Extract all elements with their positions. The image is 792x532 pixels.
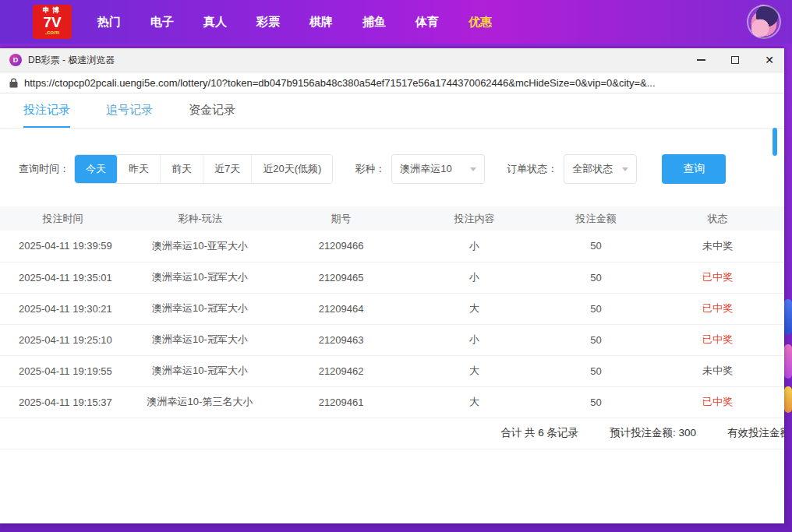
close-button[interactable]: ✕	[764, 55, 775, 65]
nav-item-6[interactable]: 捕鱼	[348, 0, 401, 44]
column-header: 彩种-玩法	[126, 206, 274, 231]
lottery-select-label: 彩种：	[355, 162, 385, 176]
top-nav-items: 热门电子真人彩票棋牌捕鱼体育优惠	[83, 0, 507, 44]
time-filter-3[interactable]: 前天	[161, 155, 203, 183]
valid-bet-amount: 有效投注金额:	[727, 426, 784, 440]
browser-titlebar[interactable]: D DB彩票 - 极速浏览器 ✕	[0, 48, 784, 72]
order-status-select[interactable]: 全部状态	[564, 154, 637, 184]
issue-no: 21209465	[274, 262, 408, 293]
bet-content: 小	[408, 324, 541, 355]
tabs: 投注记录追号记录资金记录	[0, 93, 784, 129]
lottery-page-content: 投注记录追号记录资金记录 查询时间： 今天昨天前天近7天近20天(低频) 彩种：…	[0, 93, 784, 523]
bet-status: 已中奖	[651, 262, 784, 293]
bet-status: 未中奖	[651, 355, 784, 386]
lottery-select[interactable]: 澳洲幸运10	[391, 154, 485, 184]
site-top-nav: 申博 7V .com 热门电子真人彩票棋牌捕鱼体育优惠	[0, 0, 792, 44]
nav-item-7[interactable]: 体育	[401, 0, 454, 44]
table-row: 2025-04-11 19:19:55澳洲幸运10-冠军大小21209462大5…	[0, 355, 784, 386]
play-type: 澳洲幸运10-第三名大小	[126, 386, 274, 417]
minimize-icon	[697, 59, 705, 61]
column-header: 期号	[274, 206, 408, 231]
bet-content: 小	[408, 231, 541, 262]
tab-1[interactable]: 投注记录	[23, 93, 70, 128]
nav-item-3[interactable]: 真人	[189, 0, 242, 44]
chevron-down-icon	[622, 167, 628, 171]
lock-icon	[9, 78, 18, 88]
bet-content: 大	[408, 386, 541, 417]
bet-amount: 50	[541, 262, 651, 293]
url-text: https://ctopcp02pcali.uengi5e.com/lotter…	[24, 77, 656, 89]
time-filter-label: 查询时间：	[19, 162, 69, 176]
summary-row: 合计 共 6 条记录 预计投注金额: 300 有效投注金额:	[0, 418, 784, 449]
bet-amount: 50	[541, 355, 651, 386]
nav-item-2[interactable]: 电子	[136, 0, 189, 44]
issue-no: 21209463	[274, 324, 408, 355]
play-type: 澳洲幸运10-冠军大小	[126, 324, 274, 355]
window-controls: ✕	[695, 55, 775, 65]
time-filter-5[interactable]: 近20天(低频)	[252, 155, 332, 183]
table-row: 2025-04-11 19:39:59澳洲幸运10-亚军大小21209466小5…	[0, 231, 784, 262]
expected-bet-amount: 预计投注金额: 300	[610, 426, 696, 440]
bet-time: 2025-04-11 19:35:01	[0, 262, 126, 293]
column-header: 投注金额	[541, 206, 651, 231]
time-filter-1[interactable]: 今天	[75, 155, 118, 183]
bet-time: 2025-04-11 19:30:21	[0, 293, 126, 324]
page-backdrop: D DB彩票 - 极速浏览器 ✕ https://ctopcp02pcali.u…	[0, 44, 792, 532]
browser-logo-icon: D	[9, 54, 22, 66]
play-type: 澳洲幸运10-亚军大小	[126, 231, 274, 262]
bet-status: 已中奖	[651, 386, 784, 417]
tab-2[interactable]: 追号记录	[106, 93, 153, 128]
bet-time: 2025-04-11 19:39:59	[0, 231, 126, 262]
bet-amount: 50	[541, 293, 651, 324]
column-header: 投注内容	[408, 206, 541, 231]
nav-item-8[interactable]: 优惠	[454, 0, 507, 44]
bet-time: 2025-04-11 19:25:10	[0, 324, 126, 355]
time-filter-4[interactable]: 近7天	[203, 155, 252, 183]
chevron-down-icon	[470, 167, 476, 171]
backdrop-art	[784, 386, 792, 413]
bet-amount: 50	[541, 231, 651, 262]
backdrop-art	[784, 344, 792, 379]
bet-time: 2025-04-11 19:19:55	[0, 355, 126, 386]
bet-status: 未中奖	[651, 231, 784, 262]
maximize-button[interactable]	[730, 55, 741, 65]
record-count-total: 合计 共 6 条记录	[500, 426, 578, 440]
time-filter-2[interactable]: 昨天	[118, 155, 161, 183]
bet-content: 大	[408, 293, 541, 324]
issue-no: 21209464	[274, 293, 408, 324]
bet-amount: 50	[541, 386, 651, 417]
backdrop-art	[784, 299, 792, 335]
play-type: 澳洲幸运10-冠军大小	[126, 293, 274, 324]
lottery-select-value: 澳洲幸运10	[400, 162, 451, 176]
site-logo-sub-text: .com	[45, 30, 60, 36]
search-button[interactable]: 查询	[662, 154, 726, 184]
bet-status: 已中奖	[651, 324, 784, 355]
nav-item-5[interactable]: 棋牌	[295, 0, 348, 44]
user-avatar[interactable]	[747, 5, 781, 39]
bet-content: 小	[408, 262, 541, 293]
bet-status: 已中奖	[651, 293, 784, 324]
table-row: 2025-04-11 19:15:37澳洲幸运10-第三名大小21209461大…	[0, 386, 784, 417]
table-row: 2025-04-11 19:30:21澳洲幸运10-冠军大小21209464大5…	[0, 293, 784, 324]
issue-no: 21209462	[274, 355, 408, 386]
browser-window: D DB彩票 - 极速浏览器 ✕ https://ctopcp02pcali.u…	[0, 48, 784, 523]
issue-no: 21209466	[274, 231, 408, 262]
play-type: 澳洲幸运10-冠军大小	[126, 262, 274, 293]
site-logo[interactable]: 申博 7V .com	[33, 5, 72, 39]
column-header: 状态	[651, 206, 784, 231]
table-body: 2025-04-11 19:39:59澳洲幸运10-亚军大小21209466小5…	[0, 231, 784, 417]
maximize-icon	[731, 56, 739, 64]
close-icon: ✕	[765, 55, 774, 65]
order-status-label: 订单状态：	[507, 162, 557, 176]
site-logo-main-text: 7V	[43, 15, 61, 30]
tab-3[interactable]: 资金记录	[189, 93, 235, 128]
minimize-button[interactable]	[695, 55, 706, 65]
table-header-row: 投注时间彩种-玩法期号投注内容投注金额状态	[0, 206, 784, 231]
nav-item-1[interactable]: 热门	[83, 0, 136, 44]
bet-content: 大	[408, 355, 541, 386]
table-row: 2025-04-11 19:25:10澳洲幸运10-冠军大小21209463小5…	[0, 324, 784, 355]
nav-item-4[interactable]: 彩票	[242, 0, 295, 44]
scrollbar-thumb[interactable]	[773, 128, 777, 156]
bet-time: 2025-04-11 19:15:37	[0, 386, 126, 417]
address-bar[interactable]: https://ctopcp02pcali.uengi5e.com/lotter…	[0, 72, 784, 93]
